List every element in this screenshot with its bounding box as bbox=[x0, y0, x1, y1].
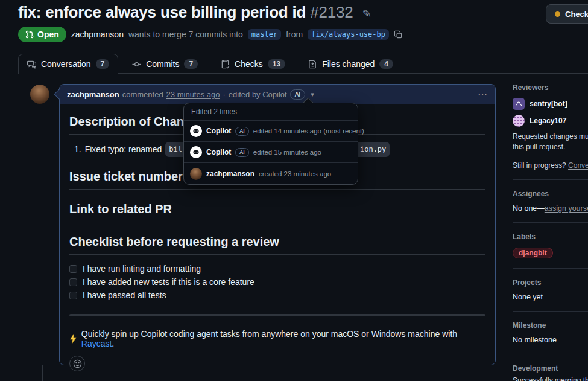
edit-history-dropdown: Edited 2 times Copilot AI edited 14 minu… bbox=[183, 103, 358, 185]
ai-badge: AI bbox=[235, 148, 249, 157]
add-reaction-button[interactable] bbox=[69, 356, 85, 371]
development-section: Development Successfully merging this bbox=[513, 364, 588, 381]
entry-text: created 23 minutes ago bbox=[259, 170, 331, 178]
inline-code-end: ion.py bbox=[360, 143, 386, 156]
pr-meta-row: Open zachpmanson wants to merge 7 commit… bbox=[18, 27, 403, 42]
edited-by-text: edited by Copilot bbox=[229, 90, 287, 99]
tab-commits[interactable]: Commits 7 bbox=[123, 54, 207, 74]
edit-history-entry[interactable]: zachpmanson created 23 minutes ago bbox=[184, 163, 358, 184]
review-note-line: this pull request. bbox=[513, 142, 588, 152]
ai-badge: AI bbox=[290, 89, 305, 100]
head-branch-label[interactable]: fix/always-use-bp bbox=[308, 29, 389, 40]
avatar bbox=[513, 115, 525, 127]
sidebar-divider bbox=[513, 179, 588, 180]
checklist-label: I have passed all tests bbox=[83, 290, 166, 300]
entry-text: edited 15 minutes ago bbox=[253, 149, 321, 156]
pr-tabbar: Conversation 7 Commits 7 Checks 13 bbox=[18, 54, 588, 74]
sidebar-divider bbox=[513, 268, 588, 269]
entry-name: Copilot bbox=[206, 127, 231, 135]
reviewer-row[interactable]: sentry[bot] bbox=[513, 98, 588, 110]
checkbox[interactable] bbox=[69, 265, 77, 273]
edit-history-entry[interactable]: Copilot AI edited 15 minutes ago bbox=[184, 142, 358, 163]
tab-count: 7 bbox=[96, 59, 110, 69]
reviewers-heading: Reviewers bbox=[513, 83, 588, 92]
checkbox[interactable] bbox=[69, 278, 77, 286]
promo-text: Quickly spin up Copilot coding agent tas… bbox=[81, 329, 457, 339]
tab-label: Conversation bbox=[41, 59, 91, 69]
tab-checks[interactable]: Checks 13 bbox=[212, 54, 294, 74]
base-branch-label[interactable]: master bbox=[248, 29, 281, 40]
entry-name: Copilot bbox=[206, 148, 231, 156]
heading-checklist: Checklist before requesting a review bbox=[69, 234, 485, 255]
sentry-bot-avatar-icon bbox=[513, 98, 525, 110]
open-status-label: Open bbox=[37, 30, 59, 39]
checklist-label: I have added new tests if this is a core… bbox=[83, 277, 254, 287]
tab-label: Commits bbox=[146, 59, 179, 69]
sidebar-divider bbox=[513, 311, 588, 312]
comment-timestamp-link[interactable]: 23 minutes ago bbox=[166, 90, 220, 99]
label-djangbit[interactable]: djangbit bbox=[513, 248, 553, 258]
git-commit-icon bbox=[132, 60, 141, 69]
projects-empty: None yet bbox=[513, 293, 588, 301]
edit-title-icon[interactable]: ✎ bbox=[362, 8, 371, 20]
file-diff-icon bbox=[308, 60, 317, 69]
checks-status-label: Check bbox=[565, 10, 588, 19]
checklist-label: I have run linting and formatting bbox=[83, 264, 201, 274]
avatar[interactable] bbox=[30, 85, 49, 104]
merge-text: wants to merge 7 commits into bbox=[128, 30, 243, 39]
review-note-line: Requested changes mus bbox=[513, 132, 588, 142]
checklist-item: I have added new tests if this is a core… bbox=[69, 275, 485, 289]
edit-history-entry[interactable]: Copilot AI edited 14 minutes ago (most r… bbox=[184, 121, 358, 142]
timeline-line bbox=[42, 365, 43, 381]
pr-title-text: fix: enforce always use billing period i… bbox=[18, 3, 306, 21]
tab-count: 13 bbox=[268, 59, 285, 69]
milestone-empty: No milestone bbox=[513, 336, 588, 344]
development-partial-text: Successfully merging this bbox=[513, 376, 588, 381]
projects-section: Projects None yet bbox=[513, 278, 588, 301]
copy-branch-icon[interactable] bbox=[394, 30, 403, 39]
assign-yourself-link[interactable]: assign yourself bbox=[545, 204, 588, 213]
pr-number: #2132 bbox=[310, 3, 353, 21]
pr-sidebar: Reviewers sentry[bot] Legacy107 Requeste… bbox=[513, 83, 588, 381]
comment-options-kebab-icon[interactable]: ⋯ bbox=[478, 89, 488, 100]
merge-from-text: from bbox=[286, 30, 303, 39]
copilot-avatar-icon bbox=[190, 125, 202, 137]
checks-status-button[interactable]: Check bbox=[546, 4, 588, 24]
milestone-heading: Milestone bbox=[513, 321, 588, 330]
projects-heading: Projects bbox=[513, 278, 588, 287]
reviewer-row[interactable]: Legacy107 bbox=[513, 115, 588, 127]
assignees-section: Assignees No one—assign yourself bbox=[513, 190, 588, 213]
no-one-text: No one— bbox=[513, 204, 545, 213]
entry-name: zachpmanson bbox=[206, 170, 254, 178]
pr-title: fix: enforce always use billing period i… bbox=[18, 3, 371, 22]
tab-count: 7 bbox=[184, 59, 198, 69]
comment-action: commented bbox=[122, 90, 163, 99]
pr-author-link[interactable]: zachpmanson bbox=[71, 30, 124, 39]
comment-discussion-icon bbox=[27, 60, 36, 69]
avatar bbox=[190, 168, 202, 180]
milestone-section: Milestone No milestone bbox=[513, 321, 588, 344]
copilot-avatar-icon bbox=[190, 146, 202, 158]
reviewer-name: sentry[bot] bbox=[530, 100, 567, 108]
progress-text: Still in progress? bbox=[513, 161, 566, 170]
edit-history-toggle-icon[interactable]: ▾ bbox=[311, 91, 314, 98]
open-status-badge: Open bbox=[18, 27, 66, 42]
labels-section: Labels djangbit bbox=[513, 232, 588, 258]
tab-conversation[interactable]: Conversation 7 bbox=[18, 54, 118, 74]
comment-header-tail bbox=[54, 89, 65, 100]
raycast-link[interactable]: Raycast bbox=[81, 339, 112, 348]
checklist-icon bbox=[221, 60, 230, 69]
reviewer-name: Legacy107 bbox=[530, 117, 566, 125]
development-heading: Development bbox=[513, 364, 588, 373]
tab-count: 4 bbox=[379, 59, 393, 69]
checklist-item: I have passed all tests bbox=[69, 289, 485, 302]
checkbox[interactable] bbox=[69, 292, 77, 299]
tab-files-changed[interactable]: Files changed 4 bbox=[299, 54, 402, 74]
convert-to-draft-link[interactable]: Convert to draft bbox=[568, 161, 588, 170]
list-number: 1. bbox=[74, 143, 81, 156]
still-in-progress-line: Still in progress? Convert to draft bbox=[513, 161, 588, 170]
thick-divider bbox=[69, 314, 485, 316]
reviewers-section: Reviewers sentry[bot] Legacy107 Requeste… bbox=[513, 83, 588, 170]
comment-author[interactable]: zachpmanson bbox=[67, 90, 119, 99]
labels-heading: Labels bbox=[513, 232, 588, 241]
